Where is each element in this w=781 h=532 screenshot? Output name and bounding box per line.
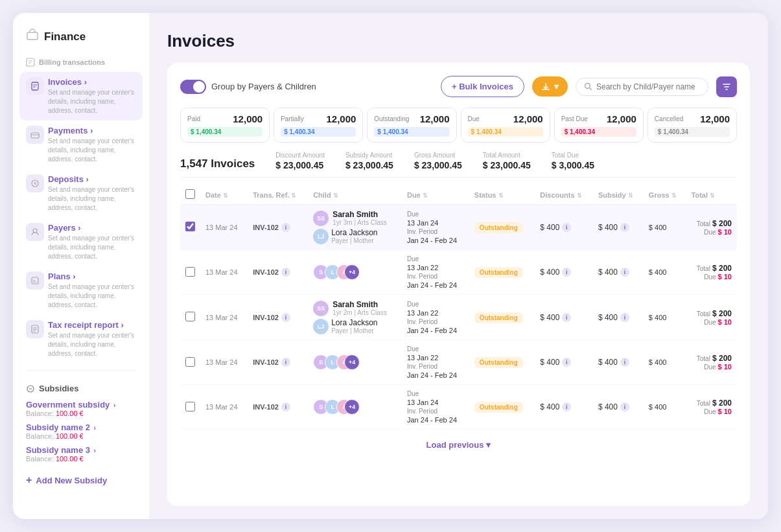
discount-info-icon: i [562,223,571,232]
discount-info-icon: i [562,402,571,411]
search-container [576,78,708,96]
row-subsidy: $ 400 i [593,295,644,340]
row-due: Due 13 Jan 24 Inv. Period Jan 24 - Feb 2… [402,205,469,250]
row-date: 13 Mar 24 [200,205,248,250]
subsidy-info-icon: i [620,358,629,367]
row-gross: $ 400 [644,295,686,340]
row-discount: $ 400 i [535,250,593,295]
bulk-invoices-button[interactable]: + Bulk Invoices [441,76,524,97]
sidebar-item-tax-receipt[interactable]: Tax receipt report › Set and manage your… [19,315,143,364]
table-row: 13 Mar 24 INV-102 i SS Sarah Smith [180,295,737,340]
row-ref: INV-102 i [248,340,308,385]
row-status: Outstanding [469,340,535,385]
svg-rect-0 [27,32,38,40]
subsidies-label: Subsidies [26,384,136,393]
row-checkbox[interactable] [185,357,195,367]
invoices-desc: Set and manage your center's details, in… [48,88,136,115]
row-checkbox-cell [180,340,200,385]
row-due: Due 13 Jan 22 Inv. Period Jan 24 - Feb 2… [402,340,469,385]
row-due: Due 13 Jan 24 Inv. Period Jan 24 - Feb 2… [402,385,469,430]
row-ref: INV-102 i [248,250,308,295]
row-discount: $ 400 i [535,205,593,250]
row-status: Outstanding [469,295,535,340]
row-child: SS Sarah Smith 1yr 3m | Arts Class LJ [308,205,402,250]
row-date: 13 Mar 24 [200,340,248,385]
row-due: Due 13 Jan 22 Inv. Period Jan 24 - Feb 2… [402,295,469,340]
row-ref: INV-102 i [248,205,308,250]
stat-past-due: Past Due 12,000 $ 1,400.34 [554,108,644,143]
sidebar-item-payments[interactable]: Payments › Set and manage your center's … [19,121,143,169]
row-subsidy: $ 400 i [593,250,644,295]
row-ref: INV-102 i [248,295,308,340]
stat-cancelled: Cancelled 12,000 $ 1,400.34 [647,108,737,143]
payer-avatar: LJ [313,319,329,334]
sidebar-item-payers[interactable]: Payers › Set and manage your center's de… [19,218,143,266]
select-all-checkbox[interactable] [185,189,195,199]
subsidy-info-icon: i [620,223,629,232]
finance-icon [26,29,39,45]
row-status: Outstanding [469,205,535,250]
stat-paid: Paid 12,000 $ 1,400.34 [180,108,270,143]
info-icon: i [281,402,290,411]
payers-desc: Set and manage your center's details, in… [48,234,136,261]
payer-avatar: LJ [313,229,329,244]
row-checkbox-cell [180,205,200,250]
row-total: Total $ 200 Due $ 10 [686,295,737,340]
col-total: Total ⇅ [686,185,737,205]
row-gross: $ 400 [644,385,686,430]
subsidy-info-icon: i [620,402,629,411]
payments-desc: Set and manage your center's details, in… [48,137,136,164]
download-icon [541,82,550,91]
subsidy-3[interactable]: Subsidy name 3 › Balance: 100.00 € [26,445,136,463]
row-checkbox[interactable] [185,402,195,411]
subsidy-2[interactable]: Subsidy name 2 › Balance: 100.00 € [26,422,136,440]
table-row: 13 Mar 24 INV-102 i S L A +4 [180,385,737,430]
col-due: Due ⇅ [402,185,469,205]
search-input[interactable] [596,82,700,91]
col-date: Date ⇅ [200,185,248,205]
row-checkbox[interactable] [185,312,195,321]
avatar-more: +4 [344,264,360,280]
col-child: Child ⇅ [308,185,402,205]
row-checkbox-cell [180,295,200,340]
plans-label: Plans › [48,272,136,281]
row-status: Outstanding [469,385,535,430]
plus-icon: + [26,474,32,486]
stat-due: Due 12,000 $ 1,400.34 [461,108,550,143]
subsidy-info-icon: i [620,268,629,277]
row-checkbox[interactable] [185,222,195,231]
avatar-more: +4 [344,399,360,415]
filter-icon [722,82,731,91]
stats-row: Paid 12,000 $ 1,400.34 Partially 12,000 … [180,108,737,143]
sidebar-item-plans[interactable]: Plans › Set and manage your center's det… [19,266,143,315]
row-child: S L A +4 [308,340,402,385]
row-discount: $ 400 i [535,340,593,385]
row-status: Outstanding [469,250,535,295]
load-previous-button[interactable]: Load previous ▾ [426,440,491,450]
info-icon: i [281,313,290,322]
info-icon: i [281,223,290,232]
agg-discount: Discount Amount $ 23,000.45 [275,152,325,170]
svg-rect-3 [31,133,39,138]
table-row: 13 Mar 24 INV-102 i S L A +4 [180,250,737,295]
agg-subsidy: Subsidy Amount $ 23,000.45 [345,152,393,170]
info-icon: i [281,358,290,367]
row-child: S L A +4 [308,385,402,430]
deposits-desc: Set and manage your center's details, in… [48,185,136,213]
row-total: Total $ 200 Due $ 10 [686,385,737,430]
filter-button[interactable] [716,76,737,97]
sidebar-item-invoices[interactable]: Invoices › Set and manage your center's … [19,72,143,121]
download-button[interactable]: ▾ [532,76,568,97]
group-toggle[interactable] [180,80,206,94]
sidebar-item-deposits[interactable]: Deposits › Set and manage your center's … [19,169,143,218]
toggle-container: Group by Payers & Children [180,80,316,94]
discount-info-icon: i [562,268,571,277]
row-subsidy: $ 400 i [593,385,644,430]
subsidy-government[interactable]: Government subsidy › Balance: 100.00 € [26,400,136,417]
svg-point-9 [585,84,590,89]
add-subsidy-button[interactable]: + Add New Subsidy [13,468,149,486]
stat-partially: Partially 12,000 $ 1,400.34 [274,108,363,143]
deposits-label: Deposits › [48,174,136,184]
sidebar: Finance Billing transactions Invoices › … [13,13,149,519]
row-checkbox[interactable] [185,267,195,277]
